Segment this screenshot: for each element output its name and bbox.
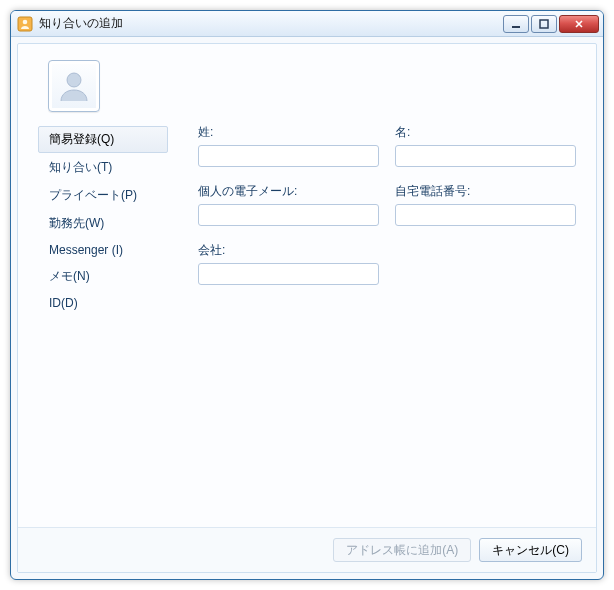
first-name-input[interactable] — [395, 145, 576, 167]
client-area: 簡易登録(Q) 知り合い(T) プライベート(P) 勤務先(W) Messeng… — [17, 43, 597, 573]
nav-label: Messenger (I) — [49, 243, 123, 257]
last-name-input[interactable] — [198, 145, 379, 167]
nav-messenger[interactable]: Messenger (I) — [38, 238, 168, 262]
nav-private[interactable]: プライベート(P) — [38, 182, 168, 209]
svg-rect-2 — [512, 26, 520, 28]
nav-label: 簡易登録(Q) — [49, 132, 114, 146]
content: 簡易登録(Q) 知り合い(T) プライベート(P) 勤務先(W) Messeng… — [18, 44, 596, 527]
main-area: 簡易登録(Q) 知り合い(T) プライベート(P) 勤務先(W) Messeng… — [18, 122, 596, 527]
nav-label: 勤務先(W) — [49, 216, 104, 230]
last-name-label: 姓: — [198, 124, 379, 141]
app-icon — [17, 16, 33, 32]
nav-id[interactable]: ID(D) — [38, 291, 168, 315]
window-controls — [503, 15, 599, 33]
first-name-label: 名: — [395, 124, 576, 141]
add-to-addressbook-button[interactable]: アドレス帳に追加(A) — [333, 538, 471, 562]
nav-label: ID(D) — [49, 296, 78, 310]
company-input[interactable] — [198, 263, 379, 285]
form-area: 姓: 名: 個人の電子メール: 自宅電話番号: 会社: — [168, 122, 576, 517]
contact-avatar[interactable] — [48, 60, 100, 112]
nav-contact[interactable]: 知り合い(T) — [38, 154, 168, 181]
nav-label: メモ(N) — [49, 269, 90, 283]
nav-label: 知り合い(T) — [49, 160, 112, 174]
maximize-button[interactable] — [531, 15, 557, 33]
avatar-row — [18, 44, 596, 122]
email-input[interactable] — [198, 204, 379, 226]
minimize-button[interactable] — [503, 15, 529, 33]
nav-memo[interactable]: メモ(N) — [38, 263, 168, 290]
company-label: 会社: — [198, 242, 379, 259]
cancel-button[interactable]: キャンセル(C) — [479, 538, 582, 562]
home-phone-input[interactable] — [395, 204, 576, 226]
nav-quick-register[interactable]: 簡易登録(Q) — [38, 126, 168, 153]
email-label: 個人の電子メール: — [198, 183, 379, 200]
svg-rect-3 — [540, 20, 548, 28]
nav-work[interactable]: 勤務先(W) — [38, 210, 168, 237]
window-title: 知り合いの追加 — [39, 15, 503, 32]
nav-label: プライベート(P) — [49, 188, 137, 202]
svg-point-1 — [23, 19, 28, 24]
close-button[interactable] — [559, 15, 599, 33]
dialog-footer: アドレス帳に追加(A) キャンセル(C) — [18, 527, 596, 572]
add-contact-window: 知り合いの追加 — [10, 10, 604, 580]
titlebar: 知り合いの追加 — [11, 11, 603, 37]
home-phone-label: 自宅電話番号: — [395, 183, 576, 200]
sidebar-nav: 簡易登録(Q) 知り合い(T) プライベート(P) 勤務先(W) Messeng… — [38, 122, 168, 517]
